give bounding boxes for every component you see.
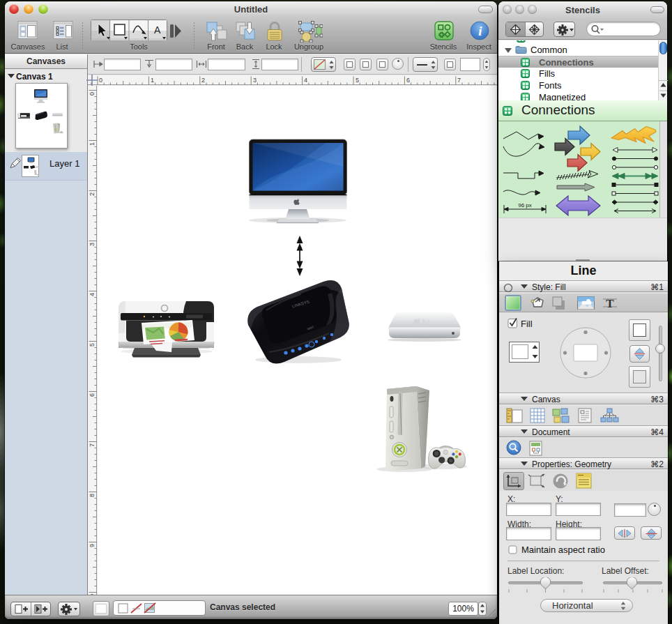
svg-text:96 px: 96 px [518,202,532,208]
svg-text:9: 9 [89,544,96,547]
svg-text:A: A [154,24,161,36]
svg-text:5: 5 [89,343,96,347]
svg-text:0: 0 [89,92,96,96]
svg-text:7: 7 [89,443,96,447]
svg-text:7: 7 [457,77,461,84]
svg-text:4: 4 [304,77,307,84]
svg-text:6: 6 [406,77,410,84]
svg-text:3: 3 [253,77,257,84]
svg-text:8: 8 [89,494,96,497]
svg-text:1: 1 [89,142,96,146]
svg-text:2: 2 [201,77,205,84]
svg-text:1: 1 [151,77,154,84]
svg-text:5: 5 [356,77,359,84]
svg-text:6: 6 [89,393,96,397]
svg-text:tv: tv [422,317,430,327]
svg-text:4: 4 [89,293,96,296]
svg-text:i: i [478,24,482,38]
svg-text:T: T [606,297,614,310]
svg-text:3: 3 [89,243,96,246]
svg-text:0: 0 [99,77,102,84]
svg-text:2: 2 [89,192,96,196]
